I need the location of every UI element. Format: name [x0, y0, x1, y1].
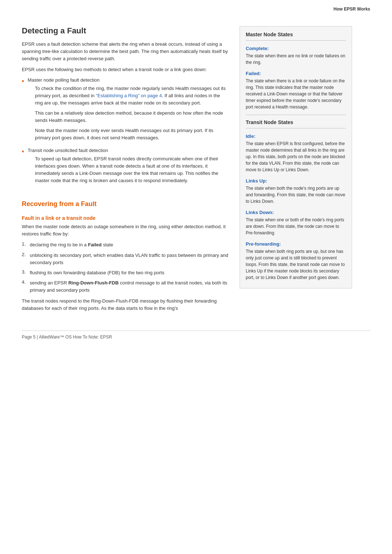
step-4-content: sending an EPSR Ring-Down-Flush-FDB cont…: [30, 279, 229, 294]
step-2-content: unblocking its secondary port, which ena…: [30, 252, 229, 266]
list-item-master-polling: • Master node polling fault detection To…: [22, 77, 229, 145]
bullet-dot-1: •: [22, 77, 24, 86]
sidebar-column: Master Node States Complete: The state w…: [240, 15, 352, 316]
links-down-text: The state when one or both of the node's…: [246, 217, 346, 236]
step4-note: The transit nodes respond to the Ring-Do…: [22, 297, 229, 312]
page-footer: Page 5 | AlliedWare™ OS How To Note: EPS…: [22, 331, 370, 343]
idle-label: Idle:: [246, 134, 346, 139]
recovering-fault-title: Recovering from a Fault: [22, 200, 229, 208]
failed-bold: Failed: [88, 242, 102, 247]
footer-text: Page 5 | AlliedWare™ OS How To Note: EPS…: [22, 335, 112, 340]
links-up-label: Links Up:: [246, 178, 346, 184]
bullet2-sub1: To speed up fault detection, EPSR transi…: [35, 155, 229, 185]
detecting-fault-intro1: EPSR uses a fault detection scheme that …: [22, 41, 229, 62]
complete-label: Complete:: [246, 46, 346, 51]
sidebar-divider: [246, 115, 346, 115]
sidebar-box: Master Node States Complete: The state w…: [240, 26, 352, 288]
main-column: Detecting a Fault EPSR uses a fault dete…: [22, 15, 240, 316]
failed-label: Failed:: [246, 71, 346, 76]
pre-forwarding-label: Pre-forwarding:: [246, 241, 346, 247]
step-1-num: 1.: [22, 241, 30, 247]
links-down-label: Links Down:: [246, 210, 346, 215]
bullet1-sub3: Note that the master node only ever send…: [35, 127, 229, 141]
bullet2-subparas: To speed up fault detection, EPSR transi…: [35, 155, 229, 185]
complete-text: The state when there are no link or node…: [246, 53, 346, 66]
bullet1-sub1: To check the condition of the ring, the …: [35, 85, 229, 107]
step-3-num: 3.: [22, 269, 30, 275]
step-2-num: 2.: [22, 252, 30, 257]
header-text: How EPSR Works: [334, 7, 370, 12]
failed-text: The state when there is a link or node f…: [246, 78, 346, 110]
detecting-fault-intro2: EPSR uses the following two methods to d…: [22, 66, 229, 73]
step-2: 2. unblocking its secondary port, which …: [22, 252, 229, 266]
ring-flush-bold: Ring-Down-Flush-FDB: [68, 280, 119, 286]
bullet1-sub2: This can be a relatively slow detection …: [35, 110, 229, 124]
step-4: 4. sending an EPSR Ring-Down-Flush-FDB c…: [22, 279, 229, 294]
step-3-content: flushing its own forwarding database (FD…: [30, 269, 229, 276]
master-node-states-title: Master Node States: [246, 32, 346, 41]
step-4-num: 4.: [22, 279, 30, 285]
idle-text: The state when EPSR is first configured,…: [246, 140, 346, 173]
detecting-methods-list: • Master node polling fault detection To…: [22, 77, 229, 188]
step-3: 3. flushing its own forwarding database …: [22, 269, 229, 276]
recovering-intro: When the master node detects an outage s…: [22, 223, 229, 238]
step-1: 1. declaring the ring to be in a Failed …: [22, 241, 229, 249]
bullet1-label: Master node polling fault detection: [28, 77, 99, 83]
bullet2-label: Transit node unsolicited fault detection: [28, 148, 108, 153]
bullet-dot-2: •: [22, 148, 24, 156]
fault-link-transit-title: Fault in a link or a transit node: [22, 215, 229, 221]
transit-node-states-title: Transit Node States: [246, 119, 346, 128]
step-1-content: declaring the ring to be in a Failed sta…: [30, 241, 229, 249]
bullet1-subparas: To check the condition of the ring, the …: [35, 85, 229, 142]
bullet-content-1: Master node polling fault detection To c…: [28, 77, 229, 145]
ring-link[interactable]: "Establishing a Ring" on page 4: [96, 93, 162, 98]
recovery-steps-list: 1. declaring the ring to be in a Failed …: [22, 241, 229, 294]
list-item-transit-unsolicited: • Transit node unsolicited fault detecti…: [22, 148, 229, 188]
page-header: How EPSR Works: [0, 0, 392, 15]
pre-forwarding-text: The state when both ring ports are up, b…: [246, 248, 346, 281]
detecting-fault-title: Detecting a Fault: [22, 26, 229, 36]
bullet-content-2: Transit node unsolicited fault detection…: [28, 148, 229, 188]
links-up-text: The state when both the node's ring port…: [246, 185, 346, 205]
